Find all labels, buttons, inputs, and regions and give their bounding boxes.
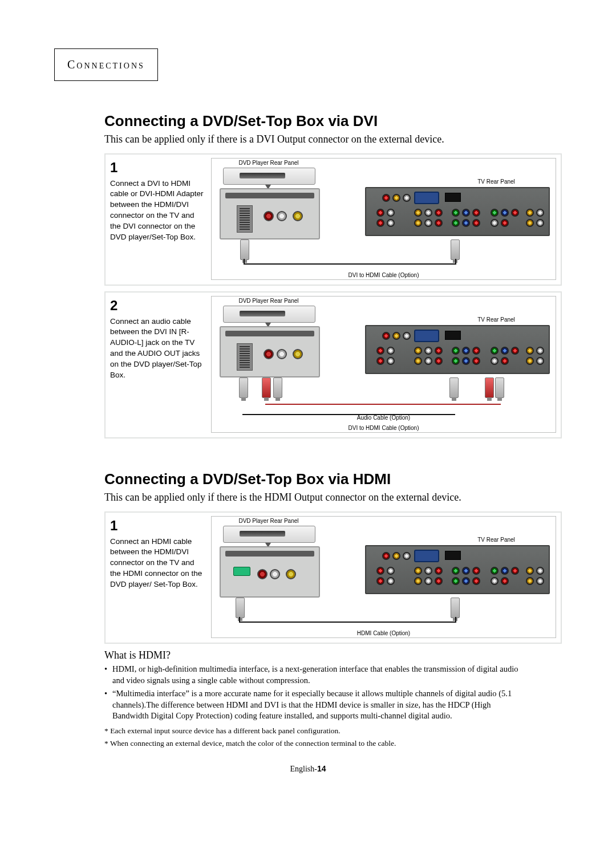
dvd-panel-label: DVD Player Rear Panel bbox=[229, 518, 309, 524]
audio-plug-red-icon bbox=[262, 377, 271, 398]
dvd-player-icon bbox=[223, 526, 315, 543]
step-text: Connect a DVI to HDMI cable or DVI-HDMI … bbox=[110, 178, 204, 243]
tv-panel-label: TV Rear Panel bbox=[451, 537, 542, 543]
audio-cable-label: Audio Cable (Option) bbox=[212, 415, 556, 421]
connection-diagram: DVD Player Rear Panel TV Rear Panel bbox=[211, 296, 556, 433]
hdmi-plug-icon bbox=[451, 598, 460, 618]
footnotes: * Each external input source device has … bbox=[104, 725, 528, 750]
connection-diagram: DVD Player Rear Panel TV Rear Panel bbox=[211, 516, 556, 638]
step-dvi-2: 2 Connect an audio cable between the DVI… bbox=[104, 291, 562, 438]
cable-label: DVI to HDMI Cable (Option) bbox=[212, 425, 556, 431]
section-subtitle-hdmi: This can be applied only if there is the… bbox=[54, 492, 562, 503]
hdmi-info-heading: What is HDMI? bbox=[104, 649, 562, 661]
audio-plug-white-icon bbox=[495, 377, 504, 398]
hdmi-plug-icon bbox=[451, 239, 460, 260]
page-number: English-14 bbox=[54, 764, 562, 774]
step-number: 1 bbox=[110, 516, 204, 535]
audio-plug-white-icon bbox=[273, 377, 282, 398]
step-number: 1 bbox=[110, 158, 204, 177]
tv-panel-label: TV Rear Panel bbox=[451, 178, 542, 185]
step-number: 2 bbox=[110, 296, 204, 315]
dvd-panel-label: DVD Player Rear Panel bbox=[229, 160, 309, 166]
dvd-player-icon bbox=[223, 306, 315, 323]
hdmi-plug-icon bbox=[449, 377, 459, 398]
tv-panel-label: TV Rear Panel bbox=[451, 316, 542, 323]
dvd-panel-label: DVD Player Rear Panel bbox=[229, 298, 309, 304]
page-lang: English- bbox=[290, 765, 317, 773]
dvd-rear-panel bbox=[220, 546, 320, 598]
step-text: Connect an HDMI cable between the HDMI/D… bbox=[110, 537, 204, 590]
step-dvi-1: 1 Connect a DVI to HDMI cable or DVI-HDM… bbox=[104, 153, 562, 286]
connection-diagram: DVD Player Rear Panel TV Rear Panel bbox=[211, 158, 556, 280]
footnote-item: * Each external input source device has … bbox=[104, 725, 528, 737]
tv-rear-panel bbox=[365, 325, 550, 374]
cable-label: HDMI Cable (Option) bbox=[212, 630, 556, 636]
dvd-player-icon bbox=[223, 168, 315, 185]
section-subtitle-dvi: This can be applied only if there is a D… bbox=[54, 133, 562, 145]
bullet-item: HDMI, or high-definition multimedia inte… bbox=[104, 664, 528, 686]
tv-rear-panel bbox=[365, 187, 550, 236]
audio-plug-red-icon bbox=[485, 377, 494, 398]
hdmi-info-bullets: HDMI, or high-definition multimedia inte… bbox=[104, 664, 528, 722]
chapter-label: Connections bbox=[67, 58, 145, 71]
dvd-rear-panel bbox=[220, 188, 320, 239]
section-title-dvi: Connecting a DVD/Set-Top Box via DVI bbox=[54, 112, 562, 130]
dvi-plug-icon bbox=[240, 239, 249, 260]
step-text: Connect an audio cable between the DVI I… bbox=[110, 316, 204, 381]
section-title-hdmi: Connecting a DVD/Set-Top Box via HDMI bbox=[54, 470, 562, 488]
chapter-heading-box: Connections bbox=[54, 48, 158, 81]
bullet-item: “Multimedia interface” is a more accurat… bbox=[104, 688, 528, 722]
page-num-value: 14 bbox=[317, 764, 326, 773]
dvd-rear-panel bbox=[220, 326, 320, 377]
tv-rear-panel bbox=[365, 545, 550, 594]
hdmi-plug-icon bbox=[236, 598, 245, 618]
step-hdmi-1: 1 Connect an HDMI cable between the HDMI… bbox=[104, 511, 562, 644]
footnote-item: * When connecting an external device, ma… bbox=[104, 738, 528, 749]
cable-label: DVI to HDMI Cable (Option) bbox=[212, 272, 556, 278]
dvi-plug-icon bbox=[239, 377, 248, 398]
